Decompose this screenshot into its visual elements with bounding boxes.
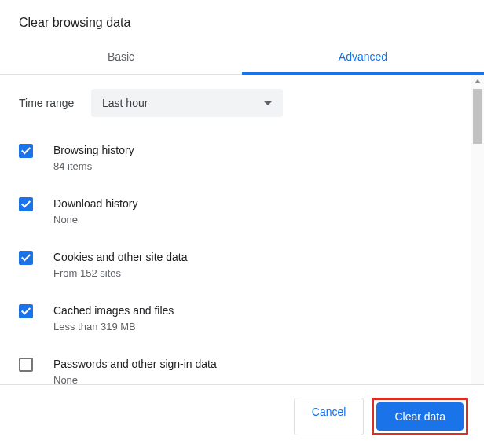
- list-item: Cookies and other site dataFrom 152 site…: [19, 241, 453, 295]
- tab-bar: Basic Advanced: [0, 42, 484, 75]
- scroll-thumb[interactable]: [473, 89, 482, 144]
- checkbox[interactable]: [19, 197, 33, 211]
- tab-advanced[interactable]: Advanced: [242, 42, 484, 75]
- highlight-annotation: Clear data: [372, 398, 468, 435]
- content-area: Time range Last hour Browsing history84 …: [0, 75, 471, 387]
- chevron-down-icon: [264, 101, 272, 105]
- clear-data-button[interactable]: Clear data: [376, 402, 464, 431]
- dialog-title: Clear browsing data: [0, 0, 484, 42]
- item-label: Cached images and files: [53, 303, 174, 318]
- list-item: Cached images and filesLess than 319 MB: [19, 295, 453, 348]
- item-subtext: Less than 319 MB: [53, 320, 174, 334]
- time-range-label: Time range: [19, 97, 91, 109]
- time-range-select[interactable]: Last hour: [91, 89, 283, 117]
- list-item: Download historyNone: [19, 188, 453, 241]
- checkbox[interactable]: [19, 251, 33, 265]
- checkbox[interactable]: [19, 304, 33, 318]
- item-subtext: 84 items: [53, 160, 134, 174]
- item-subtext: None: [53, 213, 138, 227]
- list-item: Browsing history84 items: [19, 134, 453, 188]
- cancel-button[interactable]: Cancel: [294, 398, 365, 435]
- checkbox[interactable]: [19, 144, 33, 158]
- scrollbar[interactable]: [471, 75, 484, 387]
- tab-basic[interactable]: Basic: [0, 42, 242, 74]
- dialog-footer: Cancel Clear data: [0, 384, 484, 448]
- checkbox[interactable]: [19, 358, 33, 372]
- item-label: Cookies and other site data: [53, 249, 187, 265]
- item-label: Passwords and other sign-in data: [53, 356, 217, 372]
- item-label: Browsing history: [53, 142, 134, 158]
- list-item: Passwords and other sign-in dataNone: [19, 348, 453, 387]
- item-subtext: From 152 sites: [53, 266, 187, 281]
- time-range-row: Time range Last hour: [19, 89, 453, 117]
- time-range-value: Last hour: [102, 97, 148, 109]
- scroll-up-icon: [475, 79, 481, 83]
- item-label: Download history: [53, 196, 138, 211]
